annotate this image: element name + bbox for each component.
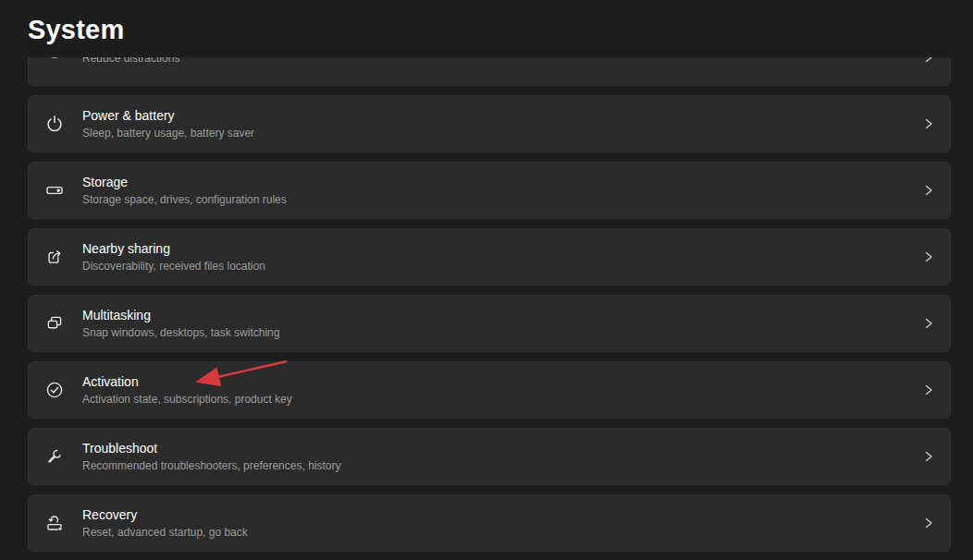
recovery-icon xyxy=(45,514,64,532)
card-title: Storage xyxy=(82,175,287,190)
card-title: Multitasking xyxy=(82,308,279,323)
storage-drive-icon xyxy=(45,181,64,200)
card-subtitle: Snap windows, desktops, task switching xyxy=(82,326,279,340)
checkmark-circle-icon xyxy=(45,381,64,399)
chevron-right-icon xyxy=(923,117,934,130)
chevron-right-icon xyxy=(923,250,934,263)
settings-card-list: Reduce distractions Power & battery Slee… xyxy=(28,29,951,552)
wrench-icon xyxy=(45,447,64,466)
settings-card-nearby-sharing[interactable]: Nearby sharing Discoverability, received… xyxy=(28,228,951,286)
page-header: System xyxy=(0,0,973,57)
chevron-right-icon xyxy=(923,317,934,330)
chevron-right-icon xyxy=(923,383,934,396)
settings-card-multitasking[interactable]: Multitasking Snap windows, desktops, tas… xyxy=(28,295,951,352)
settings-card-power-battery[interactable]: Power & battery Sleep, battery usage, ba… xyxy=(28,95,951,152)
chevron-right-icon xyxy=(923,517,934,530)
settings-card-recovery[interactable]: Recovery Reset, advanced startup, go bac… xyxy=(28,494,951,552)
settings-card-storage[interactable]: Storage Storage space, drives, configura… xyxy=(28,162,951,219)
power-icon xyxy=(45,115,64,133)
card-title: Troubleshoot xyxy=(82,441,340,457)
card-subtitle: Sleep, battery usage, battery saver xyxy=(82,127,254,140)
multitask-windows-icon xyxy=(45,314,64,333)
card-title: Nearby sharing xyxy=(82,241,265,257)
share-icon xyxy=(45,248,64,266)
card-title: Activation xyxy=(82,374,292,390)
card-title: Power & battery xyxy=(82,108,254,124)
settings-card-activation[interactable]: Activation Activation state, subscriptio… xyxy=(28,361,951,419)
card-subtitle: Recommended troubleshooters, preferences… xyxy=(82,459,340,473)
chevron-right-icon xyxy=(923,184,934,197)
settings-card-troubleshoot[interactable]: Troubleshoot Recommended troubleshooters… xyxy=(28,428,951,485)
card-subtitle: Activation state, subscriptions, product… xyxy=(82,393,292,407)
chevron-right-icon xyxy=(923,450,934,463)
card-subtitle: Discoverability, received files location xyxy=(82,260,265,274)
card-subtitle: Reset, advanced startup, go back xyxy=(82,526,248,540)
card-title: Recovery xyxy=(82,507,248,523)
page-title: System xyxy=(28,15,124,45)
card-subtitle: Storage space, drives, configuration rul… xyxy=(82,193,287,207)
